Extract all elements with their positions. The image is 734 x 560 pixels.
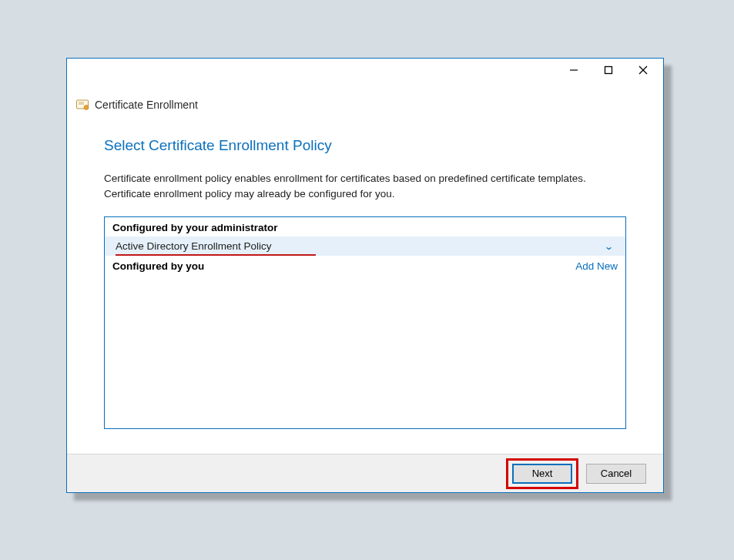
certificate-icon	[76, 99, 89, 110]
maximize-button[interactable]	[591, 59, 625, 81]
titlebar	[67, 59, 663, 82]
wizard-window: Certificate Enrollment Select Certificat…	[66, 58, 664, 493]
next-button-highlight: Next	[506, 458, 578, 489]
admin-section-header: Configured by your administrator	[105, 217, 625, 236]
admin-section-label: Configured by your administrator	[112, 222, 278, 233]
close-button[interactable]	[625, 59, 660, 81]
policy-row-ad[interactable]: Active Directory Enrollment Policy ⌄	[105, 236, 625, 256]
policy-label: Active Directory Enrollment Policy	[116, 240, 272, 252]
user-section-label: Configured by you	[112, 260, 204, 272]
page-heading: Select Certificate Enrollment Policy	[104, 137, 626, 154]
wizard-title: Certificate Enrollment	[95, 99, 198, 111]
minimize-button[interactable]	[556, 59, 591, 81]
next-button[interactable]: Next	[512, 464, 572, 484]
highlight-underline	[116, 254, 316, 256]
svg-point-7	[84, 106, 89, 110]
svg-rect-1	[605, 67, 612, 74]
cancel-button[interactable]: Cancel	[586, 464, 646, 484]
chevron-down-icon[interactable]: ⌄	[604, 241, 618, 252]
wizard-footer: Next Cancel	[67, 454, 663, 492]
page-description: Certificate enrollment policy enables en…	[104, 171, 626, 201]
user-section-header: Configured by you Add New	[105, 256, 625, 275]
add-new-link[interactable]: Add New	[575, 260, 618, 272]
wizard-content: Select Certificate Enrollment Policy Cer…	[67, 111, 663, 454]
wizard-header: Certificate Enrollment	[67, 82, 663, 111]
policy-panel: Configured by your administrator Active …	[104, 216, 626, 429]
